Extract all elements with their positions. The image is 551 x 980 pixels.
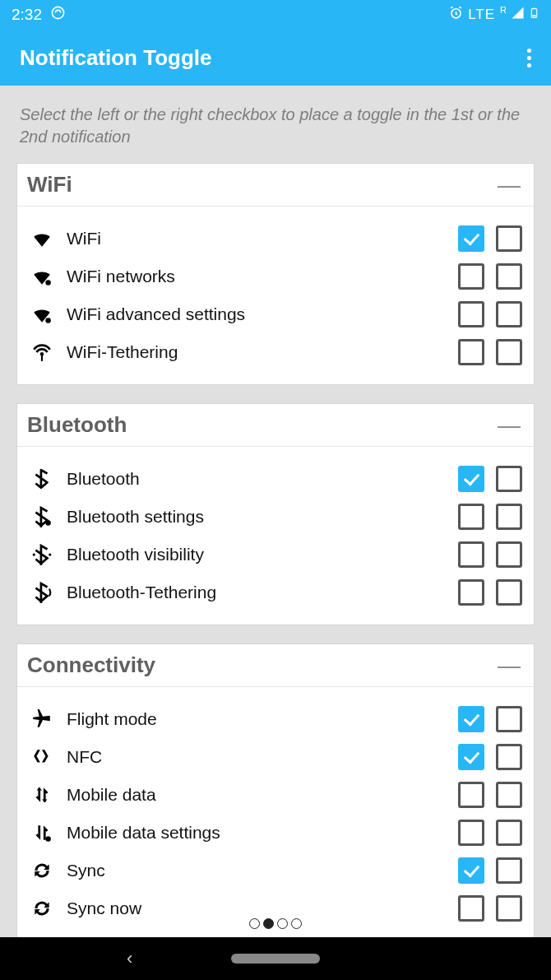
section-header[interactable]: Bluetooth— bbox=[17, 404, 534, 447]
section-card: Connectivity—Flight modeNFCMobile dataMo… bbox=[16, 643, 535, 941]
checkbox-notification-2[interactable] bbox=[496, 541, 522, 568]
page-dot bbox=[291, 918, 302, 929]
toggle-label: Mobile data settings bbox=[67, 823, 458, 843]
toggle-row: WiFi-Tethering bbox=[17, 333, 534, 371]
signal-icon bbox=[511, 6, 525, 24]
checkbox-notification-1[interactable] bbox=[458, 706, 484, 732]
toggle-row: WiFi bbox=[17, 220, 534, 258]
data-gear-icon bbox=[29, 822, 55, 843]
section-title: Bluetooth bbox=[27, 412, 127, 438]
wifi-gear-icon bbox=[29, 266, 55, 287]
svg-rect-3 bbox=[532, 15, 535, 16]
toggle-label: NFC bbox=[67, 747, 458, 767]
toggle-label: Flight mode bbox=[67, 709, 458, 729]
toggle-label: WiFi-Tethering bbox=[67, 342, 458, 362]
toggle-label: Mobile data bbox=[67, 785, 458, 805]
overflow-menu-button[interactable] bbox=[527, 49, 531, 67]
toggle-label: Bluetooth visibility bbox=[67, 545, 458, 564]
checkbox-notification-2[interactable] bbox=[496, 466, 522, 492]
svg-point-11 bbox=[49, 553, 51, 555]
checkbox-notification-1[interactable] bbox=[458, 504, 484, 530]
plane-icon bbox=[29, 708, 55, 730]
wifi-gear-icon bbox=[29, 304, 55, 325]
data-icon bbox=[29, 784, 55, 806]
toggle-row: Mobile data settings bbox=[17, 814, 534, 852]
checkbox-notification-1[interactable] bbox=[458, 301, 484, 327]
checkbox-notification-1[interactable] bbox=[458, 782, 484, 808]
collapse-icon[interactable]: — bbox=[498, 174, 521, 197]
status-time: 2:32 bbox=[12, 6, 42, 24]
checkbox-notification-1[interactable] bbox=[458, 744, 484, 770]
section-header[interactable]: WiFi— bbox=[17, 164, 534, 207]
toggle-label: Bluetooth-Tethering bbox=[67, 583, 458, 602]
toggle-row: Mobile data bbox=[17, 776, 534, 814]
checkbox-notification-2[interactable] bbox=[496, 225, 522, 252]
section-card: Bluetooth—BluetoothBluetooth settingsBlu… bbox=[16, 403, 535, 625]
checkbox-notification-1[interactable] bbox=[458, 466, 484, 492]
collapse-icon[interactable]: — bbox=[498, 414, 521, 437]
status-bar: 2:32 LTER bbox=[0, 0, 551, 30]
checkbox-notification-2[interactable] bbox=[496, 706, 522, 732]
checkbox-notification-2[interactable] bbox=[496, 504, 522, 530]
hint-text: Select the left or the right checkbox to… bbox=[16, 86, 535, 163]
back-button[interactable]: ‹ bbox=[127, 948, 132, 969]
toggle-row: WiFi advanced settings bbox=[17, 295, 534, 333]
checkbox-notification-2[interactable] bbox=[496, 782, 522, 808]
app-title: Notification Toggle bbox=[20, 45, 212, 71]
checkbox-notification-2[interactable] bbox=[496, 820, 522, 846]
checkbox-notification-2[interactable] bbox=[496, 301, 522, 327]
toggle-row: Bluetooth settings bbox=[17, 498, 534, 536]
toggle-row: Bluetooth-Tethering bbox=[17, 574, 534, 611]
checkbox-notification-1[interactable] bbox=[458, 820, 484, 846]
content-scroll[interactable]: Select the left or the right checkbox to… bbox=[0, 86, 551, 980]
section-title: Connectivity bbox=[27, 653, 155, 678]
toggle-row: Sync bbox=[17, 852, 534, 889]
checkbox-notification-2[interactable] bbox=[496, 857, 522, 884]
svg-rect-8 bbox=[41, 354, 43, 361]
svg-point-10 bbox=[33, 553, 35, 555]
svg-point-0 bbox=[52, 7, 63, 18]
checkbox-notification-1[interactable] bbox=[458, 339, 484, 365]
sync-icon bbox=[29, 860, 55, 881]
toggle-label: Bluetooth settings bbox=[67, 507, 458, 527]
nfc-icon bbox=[29, 746, 55, 768]
toggle-row: Bluetooth bbox=[17, 460, 534, 498]
battery-icon bbox=[529, 5, 539, 26]
wifi-icon bbox=[29, 228, 55, 249]
checkbox-notification-2[interactable] bbox=[496, 744, 522, 770]
checkbox-notification-1[interactable] bbox=[458, 579, 484, 606]
checkbox-notification-1[interactable] bbox=[458, 857, 484, 884]
toggle-label: Bluetooth bbox=[67, 469, 458, 489]
checkbox-notification-1[interactable] bbox=[458, 263, 484, 290]
section-header[interactable]: Connectivity— bbox=[17, 644, 534, 687]
toggle-label: Sync bbox=[67, 861, 458, 880]
page-dot bbox=[277, 918, 288, 929]
home-pill[interactable] bbox=[231, 954, 320, 964]
bt-vis-icon bbox=[29, 544, 55, 565]
toggle-label: WiFi advanced settings bbox=[67, 304, 458, 324]
toggle-row: Flight mode bbox=[17, 700, 534, 738]
toggle-label: Sync now bbox=[67, 899, 458, 918]
pager-indicator bbox=[0, 918, 551, 929]
network-lte: LTE bbox=[468, 7, 495, 23]
toggle-label: WiFi bbox=[67, 229, 458, 248]
app-bar: Notification Toggle bbox=[0, 30, 551, 86]
app-status-icon bbox=[50, 5, 66, 25]
bt-icon bbox=[29, 468, 55, 490]
system-nav-bar: ‹ bbox=[0, 937, 551, 980]
svg-point-12 bbox=[45, 836, 51, 842]
page-dot-active bbox=[263, 918, 274, 929]
network-roam: R bbox=[500, 5, 507, 15]
collapse-icon[interactable]: — bbox=[498, 654, 521, 677]
wifi-tether-icon bbox=[29, 341, 55, 363]
checkbox-notification-2[interactable] bbox=[496, 579, 522, 606]
svg-rect-4 bbox=[533, 7, 535, 8]
checkbox-notification-2[interactable] bbox=[496, 339, 522, 365]
toggle-row: NFC bbox=[17, 738, 534, 776]
checkbox-notification-1[interactable] bbox=[458, 225, 484, 252]
checkbox-notification-1[interactable] bbox=[458, 541, 484, 568]
alarm-icon bbox=[448, 5, 464, 25]
checkbox-notification-2[interactable] bbox=[496, 263, 522, 290]
section-title: WiFi bbox=[27, 172, 72, 197]
svg-point-6 bbox=[45, 318, 51, 323]
